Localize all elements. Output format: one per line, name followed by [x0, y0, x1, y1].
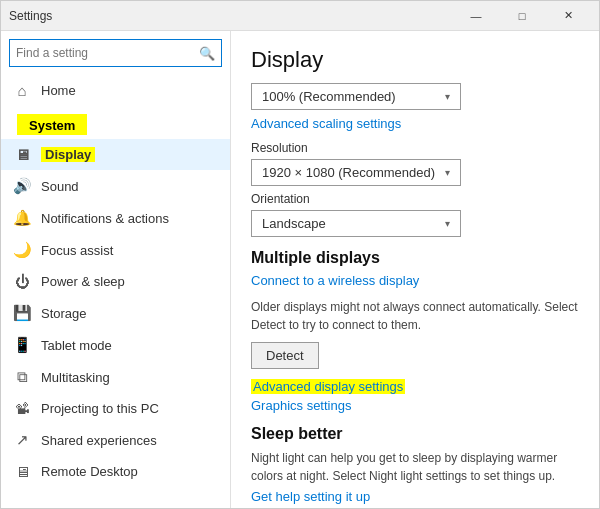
- page-title: Display: [251, 47, 579, 73]
- tablet-icon: 📱: [13, 336, 31, 354]
- sidebar-item-label: Remote Desktop: [41, 464, 138, 479]
- close-button[interactable]: ✕: [545, 1, 591, 31]
- content-area: 🔍 ⌂ Home System 🖥 Display 🔊 Sound: [1, 31, 599, 508]
- settings-window: Settings — □ ✕ 🔍 ⌂ Home System: [0, 0, 600, 509]
- sidebar-item-label: Projecting to this PC: [41, 401, 159, 416]
- advanced-links: Advanced display settings Graphics setti…: [251, 379, 579, 413]
- orientation-label: Orientation: [251, 192, 579, 206]
- notifications-icon: 🔔: [13, 209, 31, 227]
- sidebar-item-shared[interactable]: ↗ Shared experiences: [1, 424, 230, 456]
- graphics-settings-link[interactable]: Graphics settings: [251, 398, 579, 413]
- scale-dropdown-container: 100% (Recommended) ▾: [251, 83, 579, 110]
- night-light-link[interactable]: Get help setting it up: [251, 489, 579, 504]
- older-displays-text: Older displays might not always connect …: [251, 298, 579, 334]
- sidebar-item-display[interactable]: 🖥 Display: [1, 139, 230, 170]
- sidebar-item-label: Sound: [41, 179, 79, 194]
- sidebar-item-sound[interactable]: 🔊 Sound: [1, 170, 230, 202]
- resolution-dropdown-arrow: ▾: [445, 167, 450, 178]
- multiple-displays-heading: Multiple displays: [251, 249, 579, 267]
- orientation-dropdown-value: Landscape: [262, 216, 326, 231]
- resolution-label: Resolution: [251, 141, 579, 155]
- minimize-button[interactable]: —: [453, 1, 499, 31]
- sidebar-item-multitasking[interactable]: ⧉ Multitasking: [1, 361, 230, 393]
- sleep-heading: Sleep better: [251, 425, 579, 443]
- scale-dropdown[interactable]: 100% (Recommended) ▾: [251, 83, 461, 110]
- shared-icon: ↗: [13, 431, 31, 449]
- search-box[interactable]: 🔍: [9, 39, 222, 67]
- detect-button[interactable]: Detect: [251, 342, 319, 369]
- maximize-button[interactable]: □: [499, 1, 545, 31]
- search-icon: 🔍: [199, 46, 215, 61]
- sidebar-item-label: Storage: [41, 306, 87, 321]
- system-section: System: [1, 106, 230, 139]
- scale-dropdown-arrow: ▾: [445, 91, 450, 102]
- orientation-dropdown[interactable]: Landscape ▾: [251, 210, 461, 237]
- sidebar-item-storage[interactable]: 💾 Storage: [1, 297, 230, 329]
- scale-dropdown-value: 100% (Recommended): [262, 89, 396, 104]
- resolution-dropdown-value: 1920 × 1080 (Recommended): [262, 165, 435, 180]
- resolution-container: Resolution 1920 × 1080 (Recommended) ▾: [251, 141, 579, 186]
- projecting-icon: 📽: [13, 400, 31, 417]
- home-icon: ⌂: [13, 82, 31, 99]
- advanced-display-link[interactable]: Advanced display settings: [251, 379, 405, 394]
- sound-icon: 🔊: [13, 177, 31, 195]
- sidebar-item-home[interactable]: ⌂ Home: [1, 75, 230, 106]
- titlebar-controls: — □ ✕: [453, 1, 591, 31]
- sidebar-item-label: Power & sleep: [41, 274, 125, 289]
- sleep-text: Night light can help you get to sleep by…: [251, 449, 579, 485]
- advanced-scaling-link[interactable]: Advanced scaling settings: [251, 116, 579, 131]
- orientation-dropdown-arrow: ▾: [445, 218, 450, 229]
- main-content: Display 100% (Recommended) ▾ Advanced sc…: [231, 31, 599, 508]
- sidebar-item-label: Focus assist: [41, 243, 113, 258]
- sidebar-item-remote[interactable]: 🖥 Remote Desktop: [1, 456, 230, 487]
- system-label[interactable]: System: [17, 114, 87, 135]
- titlebar: Settings — □ ✕: [1, 1, 599, 31]
- sidebar-item-label: Multitasking: [41, 370, 110, 385]
- sidebar-item-focus[interactable]: 🌙 Focus assist: [1, 234, 230, 266]
- sleep-section: Sleep better Night light can help you ge…: [251, 425, 579, 504]
- focus-icon: 🌙: [13, 241, 31, 259]
- sidebar-item-label: Display: [41, 147, 95, 162]
- multitasking-icon: ⧉: [13, 368, 31, 386]
- sidebar: 🔍 ⌂ Home System 🖥 Display 🔊 Sound: [1, 31, 231, 508]
- search-input[interactable]: [16, 46, 199, 60]
- sidebar-item-label: Shared experiences: [41, 433, 157, 448]
- sidebar-item-projecting[interactable]: 📽 Projecting to this PC: [1, 393, 230, 424]
- resolution-dropdown[interactable]: 1920 × 1080 (Recommended) ▾: [251, 159, 461, 186]
- sidebar-item-notifications[interactable]: 🔔 Notifications & actions: [1, 202, 230, 234]
- titlebar-title: Settings: [9, 9, 453, 23]
- display-icon: 🖥: [13, 146, 31, 163]
- power-icon: ⏻: [13, 273, 31, 290]
- orientation-container: Orientation Landscape ▾: [251, 192, 579, 237]
- sidebar-item-tablet[interactable]: 📱 Tablet mode: [1, 329, 230, 361]
- storage-icon: 💾: [13, 304, 31, 322]
- sidebar-item-label: Tablet mode: [41, 338, 112, 353]
- sidebar-item-label: Home: [41, 83, 76, 98]
- remote-icon: 🖥: [13, 463, 31, 480]
- sidebar-item-label: Notifications & actions: [41, 211, 169, 226]
- sidebar-item-power[interactable]: ⏻ Power & sleep: [1, 266, 230, 297]
- connect-wireless-link[interactable]: Connect to a wireless display: [251, 273, 579, 288]
